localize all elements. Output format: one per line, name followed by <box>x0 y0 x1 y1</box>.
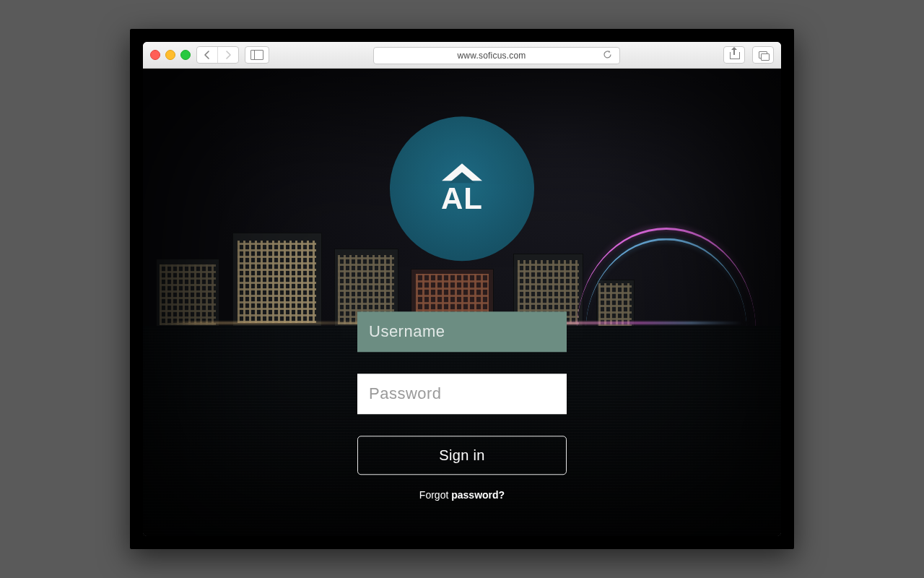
tabs-icon <box>759 51 768 59</box>
toolbar-right <box>723 46 774 64</box>
sign-in-button[interactable]: Sign in <box>357 436 567 475</box>
reload-button[interactable] <box>603 50 612 61</box>
address-bar-url: www.soficus.com <box>381 51 603 61</box>
chevron-right-icon <box>225 51 232 59</box>
back-button[interactable] <box>197 47 217 63</box>
browser-window: www.soficus.com <box>143 42 781 536</box>
forgot-password-link[interactable]: Forgot password? <box>419 489 505 501</box>
reload-icon <box>603 50 612 59</box>
username-input[interactable] <box>357 311 567 352</box>
browser-toolbar: www.soficus.com <box>143 42 781 69</box>
nav-button-group <box>196 46 239 64</box>
share-button[interactable] <box>723 46 745 64</box>
zoom-window-button[interactable] <box>180 50 191 60</box>
share-icon <box>730 51 738 59</box>
minimize-window-button[interactable] <box>165 50 175 60</box>
window-controls <box>150 50 191 60</box>
brand-logo-text: AL <box>441 184 483 214</box>
close-window-button[interactable] <box>150 50 160 60</box>
page-viewport: AL Sign in Forgot password? <box>143 69 781 536</box>
forgot-password-prefix: Forgot <box>419 489 451 501</box>
toggle-sidebar-button[interactable] <box>245 46 269 64</box>
brand-logo: AL <box>390 116 534 261</box>
chevron-left-icon <box>204 51 211 59</box>
password-input[interactable] <box>357 374 567 414</box>
show-tabs-button[interactable] <box>752 46 774 64</box>
forward-button[interactable] <box>217 47 238 63</box>
address-bar[interactable]: www.soficus.com <box>373 47 620 64</box>
sidebar-icon <box>250 50 263 60</box>
forgot-password-bold: password? <box>451 489 505 501</box>
chevron-up-icon <box>442 163 482 181</box>
background-bridge <box>577 228 756 331</box>
login-panel: AL Sign in Forgot password? <box>354 116 570 501</box>
address-bar-container: www.soficus.com <box>297 47 696 63</box>
